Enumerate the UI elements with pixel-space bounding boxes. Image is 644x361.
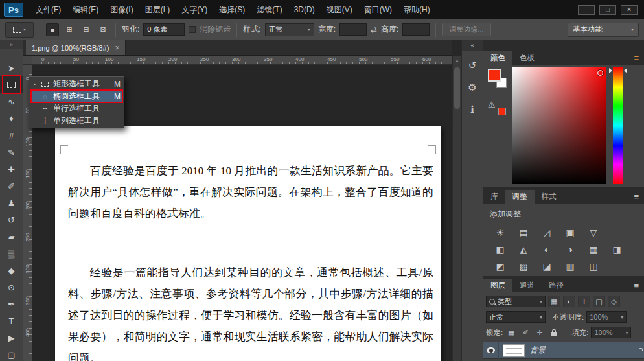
refine-edge-button[interactable]: 调整边缘... — [442, 23, 490, 36]
panel-menu-icon[interactable]: ≡ — [634, 192, 644, 202]
eraser-tool[interactable]: ▰ — [0, 228, 23, 245]
hue-slider[interactable] — [613, 67, 623, 184]
expand-panels-button[interactable]: « — [462, 40, 483, 51]
flyout-item-elliptical-marquee[interactable]: ◌ 椭圆选框工具 M — [30, 90, 123, 102]
panel-menu-icon[interactable]: ≡ — [634, 53, 644, 63]
new-selection-button[interactable]: ■ — [46, 23, 59, 36]
lasso-tool[interactable]: ∿ — [0, 93, 23, 110]
tab-color[interactable]: 颜色 — [483, 51, 512, 65]
document-tab[interactable]: 1.png @ 100%(RGB/8#) × — [26, 40, 126, 55]
black-white-icon[interactable]: ◐ — [535, 242, 558, 257]
flyout-item-rectangular-marquee[interactable]: ▪ 矩形选框工具 M — [30, 78, 123, 90]
flyout-item-single-column-marquee[interactable]: ┆ 单列选框工具 — [30, 115, 123, 127]
shape-layer-filter-icon[interactable]: ▢ — [593, 296, 605, 307]
layer-row-background[interactable]: 背景 — [483, 342, 644, 359]
spot-healing-brush-tool[interactable]: ✚ — [0, 161, 23, 178]
info-panel-icon[interactable]: ℹ — [462, 101, 483, 118]
blend-mode-dropdown[interactable]: 正常 ▾ — [486, 311, 546, 323]
quick-selection-tool[interactable]: ✦ — [0, 110, 23, 127]
menu-layer[interactable]: 图层(L) — [139, 0, 176, 19]
layer-filter-type-dropdown[interactable]: 类型 ▾ — [486, 296, 546, 307]
exposure-icon[interactable]: ▣ — [558, 225, 582, 240]
maximize-button[interactable]: □ — [599, 5, 616, 15]
photo-filter-icon[interactable]: ◑ — [558, 242, 582, 257]
gradient-map-icon[interactable]: ▥ — [558, 259, 582, 274]
menu-help[interactable]: 帮助(H) — [398, 0, 436, 19]
tab-paths[interactable]: 路径 — [542, 279, 571, 292]
menu-file[interactable]: 文件(F) — [30, 0, 67, 19]
blur-tool[interactable]: ◆ — [0, 262, 23, 279]
pixel-layer-filter-icon[interactable]: ▦ — [548, 296, 560, 307]
menu-type[interactable]: 文字(Y) — [176, 0, 213, 19]
color-balance-icon[interactable]: ◭ — [512, 242, 535, 257]
hue-saturation-icon[interactable]: ◧ — [489, 242, 512, 257]
menu-image[interactable]: 图像(I) — [104, 0, 139, 19]
threshold-icon[interactable]: ◪ — [535, 259, 558, 274]
history-panel-icon[interactable]: ↺ — [462, 57, 483, 74]
tab-libraries[interactable]: 库 — [483, 190, 505, 204]
lock-image-pixels-icon[interactable]: ✐ — [520, 327, 531, 338]
feather-input[interactable]: 0 像素 — [143, 23, 185, 36]
path-selection-tool[interactable]: ▶ — [0, 329, 23, 346]
swap-width-height-icon[interactable]: ⇄ — [371, 25, 377, 34]
panel-menu-icon[interactable]: ≡ — [634, 281, 644, 290]
selective-color-icon[interactable]: ◫ — [582, 259, 605, 274]
foreground-color-swatch[interactable] — [488, 69, 501, 82]
curves-icon[interactable]: ◿ — [535, 225, 558, 240]
flyout-item-single-row-marquee[interactable]: ┄ 单行选框工具 — [30, 102, 123, 115]
fill-dropdown[interactable]: 100% ▾ — [591, 327, 631, 338]
channel-mixer-icon[interactable]: ▦ — [582, 242, 605, 257]
workspace-switcher[interactable]: 基本功能 ▾ — [568, 23, 639, 37]
pen-tool[interactable]: ✒ — [0, 296, 23, 312]
smart-object-filter-icon[interactable]: ◇ — [608, 296, 620, 307]
add-to-selection-button[interactable]: ⊞ — [63, 23, 76, 36]
lock-transparent-pixels-icon[interactable]: ▦ — [505, 327, 517, 338]
tab-styles[interactable]: 样式 — [535, 190, 564, 204]
clone-stamp-tool[interactable]: ♟ — [0, 194, 23, 211]
gradient-tool[interactable]: ▒ — [0, 245, 23, 262]
close-button[interactable]: ✕ — [621, 5, 638, 15]
lock-position-icon[interactable]: ✛ — [534, 327, 546, 338]
brightness-contrast-icon[interactable]: ☀ — [489, 225, 512, 240]
menu-window[interactable]: 窗口(W) — [358, 0, 398, 19]
close-tab-icon[interactable]: × — [115, 43, 119, 52]
scroll-up-icon[interactable]: ▲ — [453, 56, 461, 63]
menu-select[interactable]: 选择(S) — [213, 0, 251, 19]
menu-filter[interactable]: 滤镜(T) — [251, 0, 288, 19]
levels-icon[interactable]: ▤ — [512, 225, 535, 240]
saturation-brightness-field[interactable] — [512, 67, 606, 184]
layer-thumbnail[interactable] — [503, 344, 525, 357]
shape-tool[interactable]: ▢ — [0, 346, 23, 361]
color-lookup-icon[interactable]: ◨ — [605, 242, 628, 257]
gamut-color-swatch[interactable] — [498, 108, 506, 115]
layer-visibility-toggle[interactable] — [483, 342, 499, 359]
tab-layers[interactable]: 图层 — [483, 279, 512, 292]
ruler-origin-corner[interactable] — [23, 56, 32, 65]
tab-adjustments[interactable]: 调整 — [505, 190, 535, 204]
opacity-dropdown[interactable]: 100% ▾ — [586, 311, 627, 323]
menu-edit[interactable]: 编辑(E) — [67, 0, 104, 19]
crop-tool[interactable]: # — [0, 127, 23, 144]
dodge-tool[interactable]: ⊙ — [0, 279, 23, 296]
height-input[interactable] — [402, 23, 430, 36]
tool-preset-picker[interactable]: ▾ — [5, 22, 34, 38]
type-tool[interactable]: T — [0, 312, 23, 329]
lock-all-icon[interactable] — [548, 327, 560, 338]
subtract-from-selection-button[interactable]: ⊟ — [80, 23, 93, 36]
brush-tool[interactable]: ✐ — [0, 178, 23, 194]
rectangular-marquee-tool[interactable] — [0, 76, 23, 93]
properties-panel-icon[interactable]: ⚙ — [462, 79, 483, 96]
menu-3d[interactable]: 3D(D) — [288, 0, 321, 19]
adjustment-layer-filter-icon[interactable]: ◐ — [563, 296, 575, 307]
tab-channels[interactable]: 通道 — [512, 279, 542, 292]
eyedropper-tool[interactable]: ✎ — [0, 144, 23, 161]
color-cursor[interactable] — [597, 70, 603, 76]
width-input[interactable] — [339, 23, 367, 36]
history-brush-tool[interactable]: ↺ — [0, 211, 23, 228]
minimize-button[interactable]: ─ — [578, 5, 595, 15]
toolbar-collapse-button[interactable]: » — [0, 40, 23, 49]
posterize-icon[interactable]: ▨ — [512, 259, 535, 274]
tab-swatches[interactable]: 色板 — [512, 51, 542, 65]
invert-icon[interactable]: ◩ — [489, 259, 512, 274]
intersect-selection-button[interactable]: ⊠ — [97, 23, 109, 36]
